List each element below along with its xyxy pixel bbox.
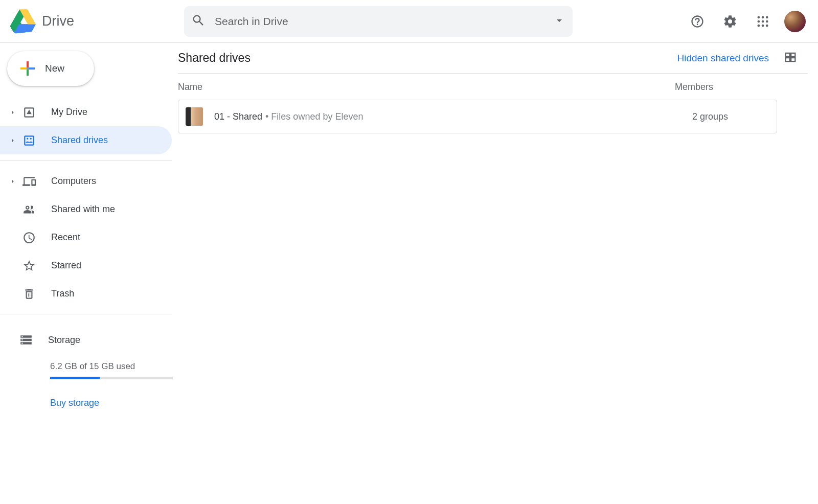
svg-rect-33 [20,67,27,70]
sidebar-item-label: My Drive [51,107,87,118]
sidebar-item-shared-with-me[interactable]: Shared with me [0,195,172,223]
computers-icon [21,175,37,188]
shared-drives-icon [21,134,37,147]
svg-rect-34 [29,67,35,70]
my-drive-icon [21,106,37,119]
logo-area[interactable]: Drive [10,9,184,34]
gear-icon [723,14,737,29]
sidebar-item-label: Recent [51,232,80,243]
sidebar-item-my-drive[interactable]: My Drive [0,98,172,126]
storage-icon [19,333,33,347]
column-header-name[interactable]: Name [178,82,202,93]
storage-label: Storage [48,335,80,346]
drive-logo-icon [10,9,37,34]
search-bar[interactable] [184,6,573,37]
support-button[interactable] [686,10,709,33]
app-title: Drive [42,13,74,29]
svg-rect-31 [27,61,29,67]
sidebar-item-trash[interactable]: Trash [0,280,172,308]
hidden-shared-drives-link[interactable]: Hidden shared drives [677,53,769,64]
star-icon [21,259,37,272]
expand-icon[interactable] [6,137,19,144]
search-options-dropdown-icon[interactable] [553,14,565,28]
sidebar-item-label: Computers [51,176,96,187]
plus-icon [18,59,37,78]
shared-drive-members: 2 groups [664,111,777,122]
svg-rect-32 [27,70,29,76]
main-header: Shared drives Hidden shared drives [178,50,808,74]
shared-drive-subtitle: • Files owned by Eleven [265,111,363,122]
storage-progress-bar [50,377,173,379]
main-content: Shared drives Hidden shared drives Name … [172,43,818,504]
svg-point-27 [766,20,768,22]
column-header-members[interactable]: Members [675,82,798,93]
search-icon[interactable] [191,13,206,29]
sidebar-item-label: Shared with me [51,204,115,215]
svg-point-24 [766,16,768,18]
buy-storage-link[interactable]: Buy storage [50,398,160,408]
shared-with-me-icon [21,203,37,216]
shared-drive-name: 01 - Shared [214,111,262,122]
svg-point-25 [758,20,760,22]
expand-icon[interactable] [6,109,19,116]
sidebar-item-starred[interactable]: Starred [0,251,172,280]
sidebar-item-computers[interactable]: Computers [0,167,172,195]
shared-drive-thumbnail [186,107,203,126]
svg-point-26 [762,20,764,22]
sidebar-item-label: Trash [51,288,74,299]
sidebar-item-shared-drives[interactable]: Shared drives [0,126,172,154]
sidebar-item-label: Shared drives [51,135,108,146]
help-icon [690,14,705,29]
shared-drive-row[interactable]: 01 - Shared • Files owned by Eleven 2 gr… [178,100,777,133]
google-apps-button[interactable] [752,10,774,33]
recent-icon [21,231,37,244]
header-actions [686,10,810,33]
sidebar: New My Drive Shared drives Computers [0,43,172,504]
svg-rect-35 [27,67,29,70]
search-input[interactable] [215,15,544,28]
svg-point-30 [766,24,768,27]
storage-section: Storage 6.2 GB of 15 GB used Buy storage [0,317,172,408]
app-header: Drive [0,0,818,43]
list-header-row: Name Members [178,74,798,100]
apps-grid-icon [756,14,770,29]
svg-point-23 [762,16,764,18]
expand-icon[interactable] [6,178,19,185]
storage-usage-text: 6.2 GB of 15 GB used [50,361,160,372]
account-avatar[interactable] [784,11,806,32]
svg-point-29 [762,24,764,27]
sidebar-item-recent[interactable]: Recent [0,223,172,251]
storage-progress-fill [50,377,100,379]
page-title: Shared drives [178,51,251,65]
new-button-label: New [45,63,64,74]
svg-point-22 [758,16,760,18]
grid-view-button[interactable] [783,50,798,66]
sidebar-item-label: Starred [51,260,81,271]
new-button[interactable]: New [7,51,94,86]
trash-icon [21,287,37,301]
settings-button[interactable] [719,10,741,33]
sidebar-item-storage[interactable]: Storage [19,328,160,352]
svg-point-28 [758,24,760,27]
grid-view-icon [783,50,798,64]
